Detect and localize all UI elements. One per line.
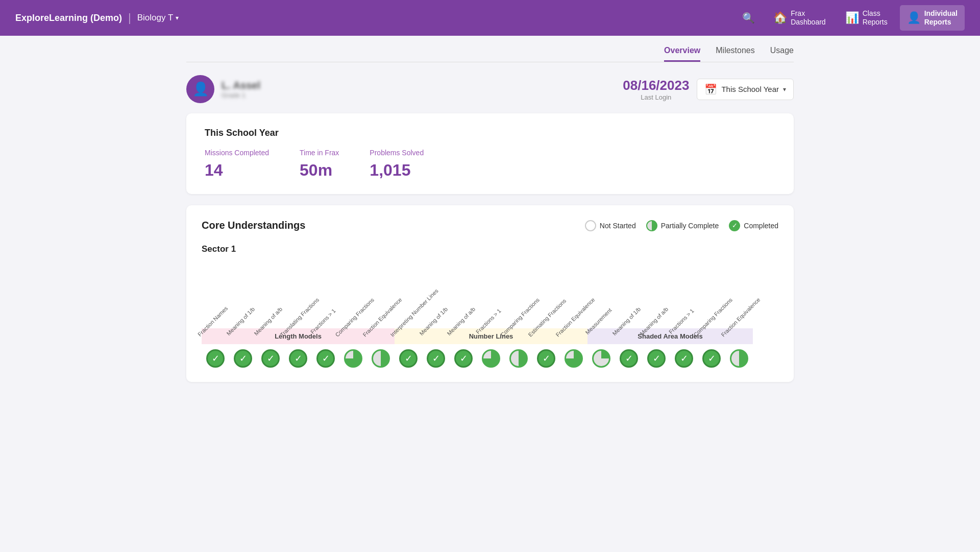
legend-partially-complete: Partially Complete: [646, 220, 719, 231]
col-header-18: Comparing Fractions: [698, 259, 725, 326]
class-label[interactable]: Biology T ▾: [137, 13, 179, 23]
header-nav: 🔍 🏠 FraxDashboard 📊 ClassReports 👤 Indiv…: [736, 5, 965, 31]
sub-nav: Overview Milestones Usage: [186, 46, 794, 62]
col-header-6: Fraction Equivalence: [367, 259, 395, 326]
partial-50-icon: [730, 349, 748, 368]
time-in-frax-label: Time in Frax: [300, 149, 339, 157]
columns-header-row: Fraction NamesMeaning of 1/bMeaning of a…: [202, 259, 778, 328]
col-header-13: Fraction Equivalence: [560, 259, 587, 326]
icon-cell-3: ✓: [284, 349, 312, 368]
header: ExploreLearning (Demo) | Biology T ▾ 🔍 🏠…: [0, 0, 980, 36]
col-header-7: Interpreting Number Lines: [395, 259, 422, 326]
icon-cell-5: [339, 349, 367, 368]
col-header-12: Estimating Fractions: [532, 259, 560, 326]
complete-icon: ✓: [620, 349, 638, 368]
complete-icon: ✓: [647, 349, 666, 368]
icon-cell-6: [367, 349, 395, 368]
complete-icon: ✓: [675, 349, 693, 368]
col-header-9: Meaning of a/b: [450, 259, 477, 326]
partial-75-icon: [344, 349, 362, 368]
icon-cell-8: ✓: [422, 349, 450, 368]
icon-cell-14: [587, 349, 615, 368]
complete-icon: ✓: [261, 349, 280, 368]
caret-icon: ▾: [783, 86, 786, 93]
partial-25-icon: [592, 349, 610, 368]
stats-card: This School Year Missions Completed 14 T…: [186, 113, 794, 194]
last-login-label: Last Login: [623, 93, 689, 101]
partial-75-icon: [565, 349, 583, 368]
col-header-10: Fractions > 1: [477, 259, 505, 326]
partial-50-icon: [509, 349, 528, 368]
legend-not-started: Not Started: [585, 220, 636, 231]
complete-icon: ✓: [702, 349, 721, 368]
icon-cell-2: ✓: [257, 349, 284, 368]
icon-cell-19: [725, 349, 753, 368]
complete-icon: ✓: [427, 349, 445, 368]
sector-label: Sector 1: [202, 244, 778, 254]
home-icon: 🏠: [773, 11, 787, 25]
col-header-2: Meaning of a/b: [257, 259, 284, 326]
last-login-date: 08/16/2023: [623, 78, 689, 93]
class-reports-label: ClassReports: [863, 9, 888, 27]
icon-cell-12: ✓: [532, 349, 560, 368]
header-divider: |: [128, 11, 131, 25]
not-started-label: Not Started: [600, 222, 636, 230]
person-icon: 👤: [907, 11, 921, 25]
chart-icon: 📊: [845, 11, 859, 25]
complete-icon: ✓: [399, 349, 418, 368]
col-header-1: Meaning of 1/b: [229, 259, 257, 326]
individual-reports-label: IndividualReports: [924, 9, 958, 27]
class-chevron-icon: ▾: [176, 14, 179, 21]
icon-cell-10: [477, 349, 505, 368]
icon-cell-1: ✓: [229, 349, 257, 368]
main-content: Overview Milestones Usage 👤 L. Assel Gra…: [171, 36, 809, 392]
col-header-15: Meaning of 1/b: [615, 259, 643, 326]
complete-icon: ✓: [537, 349, 555, 368]
student-info: 👤 L. Assel Grade 1: [186, 75, 260, 103]
col-header-3: Translating Fractions: [284, 259, 312, 326]
col-header-5: Comparing Fractions: [339, 259, 367, 326]
col-header-11: Comparing Fractions: [505, 259, 532, 326]
icon-cell-17: ✓: [670, 349, 698, 368]
col-header-16: Meaning of a/b: [643, 259, 670, 326]
problems-solved-label: Problems Solved: [370, 149, 424, 157]
not-started-icon: [585, 220, 596, 231]
avatar: 👤: [186, 75, 214, 103]
student-name: L. Assel: [222, 80, 260, 91]
col-header-0: Fraction Names: [202, 259, 229, 326]
complete-icon: ✓: [234, 349, 252, 368]
complete-icon: ✓: [289, 349, 307, 368]
missions-completed-value: 14: [205, 161, 269, 180]
individual-reports-button[interactable]: 👤 IndividualReports: [900, 5, 965, 31]
student-grade: Grade 1: [222, 91, 260, 99]
tab-overview[interactable]: Overview: [664, 46, 700, 62]
class-reports-button[interactable]: 📊 ClassReports: [838, 5, 895, 31]
legend-completed: ✓ Completed: [729, 220, 778, 231]
col-header-14: Measurement: [587, 259, 615, 326]
core-title: Core Understandings: [202, 220, 305, 231]
icon-cell-15: ✓: [615, 349, 643, 368]
complete-icon: ✓: [206, 349, 225, 368]
complete-icon: ✓: [454, 349, 473, 368]
col-header-17: Fractions > 1: [670, 259, 698, 326]
partial-50-icon: [372, 349, 390, 368]
icon-cell-13: [560, 349, 587, 368]
missions-completed-label: Missions Completed: [205, 149, 269, 157]
stats-card-title: This School Year: [205, 128, 775, 138]
legend: Not Started Partially Complete ✓ Complet…: [585, 220, 778, 231]
tab-milestones[interactable]: Milestones: [716, 46, 754, 62]
core-understandings-section: Core Understandings Not Started Partiall…: [186, 205, 794, 382]
calendar-icon: 📅: [704, 83, 717, 95]
time-in-frax-block: Time in Frax 50m: [300, 149, 339, 180]
icon-cell-16: ✓: [643, 349, 670, 368]
core-header: Core Understandings Not Started Partiall…: [202, 220, 778, 231]
completed-label: Completed: [744, 222, 778, 230]
tab-usage[interactable]: Usage: [770, 46, 794, 62]
icon-cell-9: ✓: [450, 349, 477, 368]
date-filter: 08/16/2023 Last Login 📅 This School Year…: [623, 78, 794, 101]
school-year-filter-button[interactable]: 📅 This School Year ▾: [697, 79, 794, 100]
student-details: L. Assel Grade 1: [222, 80, 260, 99]
time-in-frax-value: 50m: [300, 161, 339, 180]
search-button[interactable]: 🔍: [736, 9, 761, 27]
frax-dashboard-button[interactable]: 🏠 FraxDashboard: [766, 5, 833, 31]
